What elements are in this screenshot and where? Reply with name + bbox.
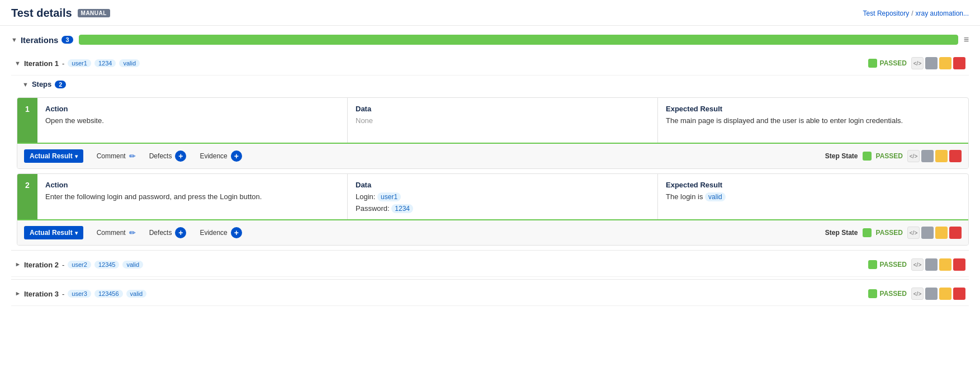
page-title: Test details	[11, 7, 72, 20]
manual-badge: MANUAL	[78, 9, 110, 17]
step-1-block: 1 Action Open the website. Data None Exp…	[17, 97, 969, 169]
iteration-3-status-dot	[868, 289, 877, 298]
step-2-comment-item: Comment ✏	[97, 228, 136, 237]
iteration-1-status: PASSED	[868, 59, 907, 68]
iterations-label: Iterations	[21, 35, 59, 45]
iteration-1-status-label: PASSED	[880, 59, 907, 67]
iteration-2-right: PASSED </>	[868, 258, 965, 271]
step-1-action-body: Open the website.	[45, 116, 339, 125]
step-2-actual-result-btn[interactable]: Actual Result ▾	[24, 226, 83, 239]
iteration-1-right: PASSED </>	[868, 57, 965, 69]
step-2-expected-body: The login is valid	[666, 192, 960, 201]
iteration-1-red-icon[interactable]	[953, 57, 965, 69]
steps-chevron-icon[interactable]: ▼	[22, 81, 29, 88]
step-1-state-actions: </>	[907, 150, 962, 162]
iteration-1-tag-user1: user1	[68, 59, 91, 67]
step-1-defects-add-icon[interactable]: +	[175, 150, 186, 162]
step-2-red-icon[interactable]	[949, 227, 962, 239]
iteration-2-gray-icon[interactable]	[925, 258, 938, 271]
step-2-code-icon[interactable]: </>	[907, 227, 920, 239]
step-2-defects-item: Defects +	[149, 227, 187, 238]
step-2-action-col: Action Enter the following login and pas…	[37, 174, 348, 219]
iteration-3-actions: </>	[911, 288, 965, 300]
steps-header: ▼ Steps 2	[11, 76, 969, 93]
iteration-2-yellow-icon[interactable]	[939, 258, 951, 271]
step-1-footer: Actual Result ▾ Comment ✏ Defects + Evid…	[17, 143, 968, 168]
iteration-2-left: ▼ Iteration 2 - user2 12345 valid	[15, 261, 143, 269]
step-1-actual-result-label: Actual Result	[30, 152, 73, 160]
step-2-password-prefix: Password:	[356, 204, 391, 213]
iteration-2-block: ▼ Iteration 2 - user2 12345 valid PASSED…	[11, 253, 969, 277]
step-2-action-body: Enter the following login and password, …	[45, 192, 339, 201]
step-2-cols: Action Enter the following login and pas…	[37, 174, 968, 219]
step-1-state: Step State PASSED </>	[825, 150, 962, 162]
iteration-2-red-icon[interactable]	[953, 258, 965, 271]
step-2-data-header: Data	[356, 181, 650, 189]
iteration-3-tag-valid: valid	[126, 290, 147, 298]
breadcrumb-separator: /	[911, 10, 913, 17]
content: ▼ Iterations 3 ≡ ▼ Iteration 1 - user1 1…	[0, 26, 980, 315]
step-2-comment-label: Comment	[97, 229, 126, 237]
step-1-evidence-add-icon[interactable]: +	[231, 150, 242, 162]
step-1-actual-result-btn[interactable]: Actual Result ▾	[24, 149, 83, 163]
step-2-dropdown-arrow-icon: ▾	[75, 230, 78, 236]
iteration-3-code-icon[interactable]: </>	[911, 288, 924, 300]
step-2-expected-prefix: The login is	[666, 192, 705, 201]
steps-count-badge: 2	[55, 81, 66, 88]
step-2-state-actions: </>	[907, 227, 962, 239]
step-2-state-value: PASSED	[876, 229, 903, 237]
iteration-3-status-label: PASSED	[880, 290, 907, 298]
iteration-3-gray-icon[interactable]	[925, 288, 938, 300]
step-2-evidence-add-icon[interactable]: +	[231, 227, 242, 238]
iteration-1-row: ▼ Iteration 1 - user1 1234 valid PASSED …	[11, 51, 969, 76]
page: Test details MANUAL Test Repository / xr…	[0, 0, 980, 372]
step-1-yellow-icon[interactable]	[935, 150, 948, 162]
step-2-gray-icon[interactable]	[921, 227, 934, 239]
step-1-evidence-item: Evidence +	[200, 150, 242, 162]
step-1-defects-item: Defects +	[149, 150, 187, 162]
step-1-defects-label: Defects	[149, 152, 172, 160]
step-2-login-tag: user1	[377, 192, 401, 201]
step-2-defects-add-icon[interactable]: +	[175, 227, 186, 238]
step-2-block: 2 Action Enter the following login and p…	[17, 173, 969, 246]
iteration-1-actions: </>	[911, 57, 965, 69]
iteration-3-title: Iteration 3	[24, 290, 59, 298]
iteration-2-row: ▼ Iteration 2 - user2 12345 valid PASSED…	[11, 253, 969, 277]
iteration-1-yellow-icon[interactable]	[939, 57, 951, 69]
step-1-code-icon[interactable]: </>	[907, 150, 920, 162]
breadcrumb-automation[interactable]: xray automation...	[916, 10, 969, 17]
step-1-comment-edit-icon[interactable]: ✏	[129, 152, 136, 161]
iteration-3-red-icon[interactable]	[953, 288, 965, 300]
step-2-login-row: Login: user1	[356, 192, 650, 201]
step-1-data-header: Data	[356, 105, 650, 113]
iteration-2-chevron-icon[interactable]: ▼	[14, 262, 21, 268]
iteration-2-tag-user2: user2	[68, 261, 91, 269]
iteration-3-yellow-icon[interactable]	[939, 288, 951, 300]
iteration-3-row: ▼ Iteration 3 - user3 123456 valid PASSE…	[11, 282, 969, 306]
step-1-red-icon[interactable]	[949, 150, 962, 162]
iteration-2-code-icon[interactable]: </>	[911, 258, 924, 271]
iteration-2-tag-12345: 12345	[94, 261, 120, 269]
step-2-comment-edit-icon[interactable]: ✏	[129, 228, 136, 237]
iteration-1-gray-icon[interactable]	[925, 57, 938, 69]
step-1-gray-icon[interactable]	[921, 150, 934, 162]
step-2-data-col: Data Login: user1 Password: 1234	[348, 174, 658, 219]
step-2-state-title: Step State	[825, 229, 858, 237]
iteration-1-chevron-icon[interactable]: ▼	[15, 60, 21, 67]
step-2-login-prefix: Login:	[356, 192, 377, 201]
iteration-1-tag-1234: 1234	[94, 59, 116, 67]
step-2-yellow-icon[interactable]	[935, 227, 948, 239]
step-1-comment-label: Comment	[97, 152, 126, 160]
iterations-toggle[interactable]: ▼ Iterations 3	[11, 35, 73, 45]
step-2-evidence-label: Evidence	[200, 229, 227, 237]
iteration-1-code-icon[interactable]: </>	[911, 57, 924, 69]
breadcrumb-repo[interactable]: Test Repository	[863, 10, 910, 17]
step-2-evidence-item: Evidence +	[200, 227, 242, 238]
iteration-2-title: Iteration 2	[24, 261, 59, 269]
iteration-3-tag-user3: user3	[68, 290, 91, 298]
step-2-state-dot	[863, 228, 872, 237]
step-1-state-dot	[863, 152, 872, 161]
filter-icon[interactable]: ≡	[964, 35, 969, 45]
header-left: Test details MANUAL	[11, 7, 110, 20]
iteration-3-chevron-icon[interactable]: ▼	[14, 291, 21, 297]
